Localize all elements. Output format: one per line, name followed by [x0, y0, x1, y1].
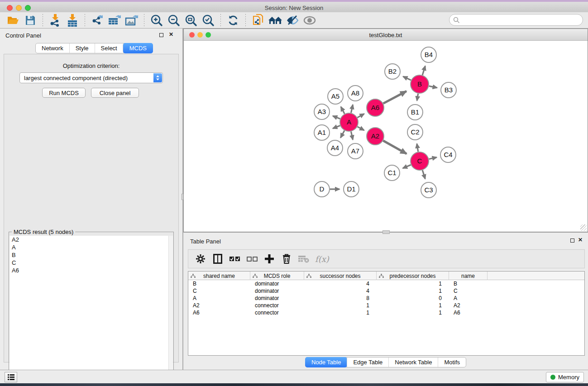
memory-button[interactable]: Memory: [546, 372, 584, 382]
network-edge-B-B2[interactable]: [403, 76, 411, 80]
result-scrollbar[interactable]: [168, 236, 173, 386]
table-settings-icon[interactable]: [194, 253, 207, 265]
network-node-A4[interactable]: A4: [327, 140, 343, 156]
export-image-icon[interactable]: [124, 14, 139, 27]
network-edge-A2-C[interactable]: [383, 141, 406, 154]
home-icon[interactable]: [268, 14, 282, 27]
table-row[interactable]: Cdominator41C: [188, 287, 584, 295]
network-edge-B-B1[interactable]: [417, 94, 418, 101]
table-row[interactable]: A6connector11A6: [188, 309, 584, 316]
network-node-B3[interactable]: B3: [441, 82, 456, 98]
tab-edge-table[interactable]: Edge Table: [347, 357, 388, 367]
network-node-B2[interactable]: B2: [385, 64, 400, 79]
float-table-panel-icon[interactable]: [570, 238, 574, 243]
network-node-D1[interactable]: D1: [344, 181, 359, 197]
network-node-D[interactable]: D: [314, 181, 330, 197]
tab-style[interactable]: Style: [69, 43, 95, 53]
network-edge-C-C1[interactable]: [403, 165, 411, 168]
run-mcds-button[interactable]: Run MCDS: [42, 88, 86, 98]
save-session-icon[interactable]: [23, 14, 38, 27]
mcds-result-item[interactable]: A: [10, 243, 173, 251]
network-edge-B-B3[interactable]: [429, 86, 437, 88]
network-node-A8[interactable]: A8: [348, 86, 363, 101]
table-row[interactable]: Bdominator41B: [188, 280, 584, 287]
refresh-icon[interactable]: [226, 14, 240, 27]
float-panel-icon[interactable]: [159, 33, 163, 37]
node-table[interactable]: shared nameMCDS rolesuccessor nodesprede…: [188, 271, 585, 356]
select-all-icon[interactable]: [228, 253, 242, 265]
open-session-icon[interactable]: [6, 14, 20, 27]
network-resize-grip[interactable]: [580, 224, 587, 231]
table-row[interactable]: A2connector11A2: [188, 302, 584, 309]
tab-motifs[interactable]: Motifs: [438, 357, 466, 367]
network-node-C4[interactable]: C4: [440, 147, 456, 162]
network-edge-A-A3[interactable]: [333, 116, 340, 119]
column-header-MCDS-role[interactable]: MCDS role: [250, 272, 304, 280]
network-edge-A6-B[interactable]: [383, 91, 406, 103]
table-row[interactable]: Adominator80A: [188, 295, 584, 302]
network-node-B[interactable]: B: [411, 75, 429, 93]
network-node-C[interactable]: C: [411, 152, 429, 170]
column-header-successor-nodes[interactable]: successor nodes: [304, 272, 377, 280]
zoom-fit-icon[interactable]: [184, 14, 198, 27]
network-node-B1[interactable]: B1: [407, 105, 423, 120]
network-node-B4[interactable]: B4: [421, 47, 436, 62]
network-node-C2[interactable]: C2: [407, 124, 423, 140]
show-all-icon[interactable]: [302, 14, 317, 27]
network-node-A2[interactable]: A2: [367, 128, 384, 145]
export-table-icon[interactable]: [107, 14, 122, 27]
delete-column-icon[interactable]: [280, 253, 293, 265]
tab-network[interactable]: Network: [36, 43, 69, 53]
network-edge-A-A2[interactable]: [358, 127, 364, 130]
mcds-result-item[interactable]: B: [10, 251, 173, 259]
zoom-selected-icon[interactable]: [201, 14, 215, 27]
hide-selected-icon[interactable]: [285, 14, 300, 27]
search-input[interactable]: [460, 15, 583, 24]
mcds-result-item[interactable]: A6: [10, 267, 173, 274]
zoom-in-icon[interactable]: [149, 14, 164, 27]
network-edge-C-C2[interactable]: [417, 144, 418, 152]
network-node-C1[interactable]: C1: [384, 165, 400, 181]
network-node-A3[interactable]: A3: [314, 104, 330, 119]
mcds-result-list[interactable]: A2ABCA6: [10, 236, 173, 386]
column-browse-icon[interactable]: [211, 253, 225, 265]
column-header-name[interactable]: name: [449, 272, 488, 280]
criterion-dropdown[interactable]: largest connected component (directed): [19, 72, 163, 83]
add-column-icon[interactable]: [263, 253, 276, 265]
tab-node-table[interactable]: Node Table: [305, 357, 348, 367]
network-node-A1[interactable]: A1: [314, 125, 330, 140]
close-panel-button[interactable]: Close panel: [91, 88, 139, 98]
network-node-C3[interactable]: C3: [421, 182, 436, 198]
mcds-result-item[interactable]: C: [10, 259, 173, 267]
zoom-out-icon[interactable]: [167, 14, 181, 27]
mcds-result-item[interactable]: A2: [10, 236, 173, 243]
network-node-A6[interactable]: A6: [367, 99, 384, 116]
deselect-all-icon[interactable]: [245, 253, 259, 265]
network-edge-A-A4[interactable]: [340, 130, 344, 138]
network-edge-A-A7[interactable]: [351, 132, 353, 140]
import-table-icon[interactable]: [65, 14, 80, 27]
network-edge-C-C3[interactable]: [422, 170, 425, 179]
tab-mcds[interactable]: MCDS: [123, 43, 153, 53]
network-edge-A-A8[interactable]: [351, 105, 353, 113]
network-node-A[interactable]: A: [340, 113, 358, 131]
tab-network-table[interactable]: Network Table: [388, 357, 438, 367]
network-edge-C-C4[interactable]: [429, 157, 436, 159]
network-edge-A-A6[interactable]: [357, 114, 364, 118]
network-canvas[interactable]: AA1A3A4A5A7A8A6A2BB1B2B3B4CC1C2C3C4DD1: [184, 41, 588, 232]
close-panel-icon[interactable]: ✕: [169, 31, 173, 38]
import-network-icon[interactable]: [48, 14, 62, 27]
close-table-panel-icon[interactable]: ✕: [578, 237, 583, 243]
network-edge-B-B4[interactable]: [422, 66, 425, 75]
search-box[interactable]: [449, 14, 583, 26]
duplicate-network-icon[interactable]: [251, 14, 265, 27]
horizontal-splitter-grip[interactable]: [382, 230, 390, 234]
network-edge-A-A1[interactable]: [333, 126, 340, 129]
column-header-predecessor-nodes[interactable]: predecessor nodes: [377, 272, 449, 280]
network-window-titlebar[interactable]: testGlobe.txt: [184, 29, 588, 41]
network-edge-A-A5[interactable]: [341, 107, 344, 114]
export-network-icon[interactable]: [90, 14, 105, 27]
network-node-A5[interactable]: A5: [328, 89, 343, 104]
task-history-button[interactable]: [5, 372, 17, 382]
column-header-shared-name[interactable]: shared name: [188, 272, 250, 280]
